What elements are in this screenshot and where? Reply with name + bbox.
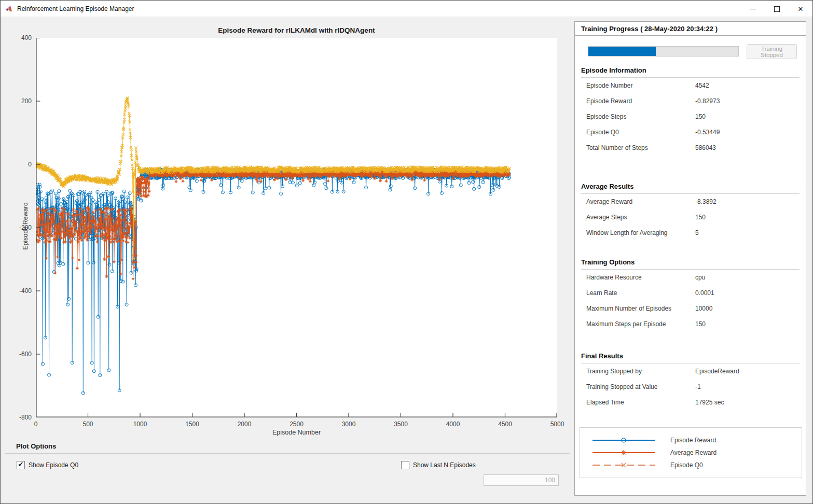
- legend-item: Episode Q0: [580, 459, 802, 471]
- legend-swatch: [592, 436, 655, 445]
- x-axis-label: Episode Number: [36, 429, 557, 436]
- info-row: Training Stopped at Value-1: [581, 379, 800, 395]
- y-tick-label: 200: [2, 97, 32, 105]
- plot-options-title: Plot Options: [16, 442, 56, 450]
- info-row: Hardware Resourcecpu: [581, 270, 800, 285]
- row-label: Episode Number: [586, 78, 632, 93]
- info-row: Window Length for Averaging5: [581, 225, 800, 241]
- row-label: Learn Rate: [586, 285, 617, 301]
- section-title: Final Results: [581, 351, 800, 363]
- row-value: 150: [695, 109, 706, 124]
- info-row: Episode Reward-0.82973: [581, 93, 800, 109]
- x-tick-label: 2000: [228, 421, 261, 428]
- info-row: Maximum Number of Episodes10000: [581, 301, 800, 316]
- plot-options-divider: [5, 453, 570, 454]
- show-episode-q0-checkbox[interactable]: ✔: [17, 461, 25, 469]
- maximize-icon: [774, 6, 780, 12]
- plot-area: [36, 38, 557, 417]
- row-value: 0.0001: [695, 285, 714, 301]
- section-title: Episode Information: [581, 65, 800, 78]
- info-row: Average Steps150: [581, 209, 800, 225]
- close-button[interactable]: ✕: [789, 1, 812, 17]
- legend-swatch: [592, 448, 655, 457]
- show-last-n-option: ✔ Show Last N Episodes: [401, 460, 476, 469]
- show-last-n-label: Show Last N Episodes: [413, 461, 476, 469]
- y-tick-label: -800: [2, 414, 32, 421]
- final-results-section: Final Results Training Stopped byEpisode…: [581, 351, 800, 410]
- row-label: Total Number of Steps: [586, 140, 648, 156]
- row-label: Training Stopped at Value: [586, 379, 657, 395]
- row-label: Average Steps: [586, 209, 627, 225]
- row-label: Episode Steps: [586, 109, 626, 124]
- row-label: Elapsed Time: [586, 395, 624, 410]
- x-tick-label: 2500: [280, 421, 313, 428]
- training-progress-fill: [588, 47, 656, 56]
- info-row: Training Stopped byEpisodeReward: [581, 363, 800, 379]
- legend-swatch: [592, 460, 655, 470]
- row-label: Window Length for Averaging: [586, 225, 668, 241]
- x-tick-label: 3000: [332, 421, 365, 428]
- window-title: Reinforcement Learning Episode Manager: [17, 1, 134, 17]
- x-tick-label: 4000: [436, 421, 470, 428]
- episode-information-section: Episode Information Episode Number4542 E…: [581, 65, 800, 156]
- info-row: Episode Number4542: [581, 78, 800, 93]
- x-tick-label: 1000: [123, 421, 157, 428]
- show-last-n-checkbox[interactable]: ✔: [401, 461, 409, 469]
- y-tick-label: -200: [2, 224, 32, 231]
- legend-label: Episode Reward: [670, 437, 716, 444]
- training-progress-panel: Training Progress ( 28-May-2020 20:34:22…: [574, 21, 806, 496]
- info-row: Episode Q0-0.53449: [581, 124, 800, 140]
- row-value: 10000: [695, 301, 712, 316]
- section-title: Training Options: [581, 257, 800, 270]
- x-tick-label: 5000: [541, 421, 574, 428]
- y-tick-label: -400: [2, 287, 32, 295]
- legend-label: Episode Q0: [670, 461, 703, 469]
- training-stopped-button[interactable]: Training Stopped: [747, 44, 797, 59]
- row-value: -1: [695, 379, 701, 395]
- show-episode-q0-option: ✔ Show Episode Q0: [17, 460, 78, 469]
- y-tick-label: 400: [2, 34, 32, 41]
- row-value: -0.82973: [695, 93, 720, 109]
- row-value: 4542: [695, 78, 709, 93]
- app-window: Reinforcement Learning Episode Manager ✕…: [0, 0, 813, 504]
- row-value: -8.3892: [695, 194, 716, 209]
- app-icon: [5, 5, 13, 13]
- row-label: Hardware Resource: [586, 270, 642, 285]
- x-tick-label: 1500: [176, 421, 209, 428]
- show-episode-q0-label: Show Episode Q0: [29, 461, 78, 469]
- figure-area: Episode Reward for rlLKAMdl with rlDQNAg…: [1, 17, 571, 503]
- section-title: Average Results: [581, 181, 800, 194]
- row-label: Average Reward: [586, 194, 632, 209]
- legend-item: Average Reward: [580, 446, 802, 459]
- minimize-button[interactable]: [741, 1, 765, 17]
- panel-title: Training Progress ( 28-May-2020 20:34:22…: [575, 22, 806, 36]
- info-row: Average Reward-8.3892: [581, 194, 800, 209]
- average-results-section: Average Results Average Reward-8.3892 Av…: [581, 181, 800, 241]
- row-value: EpisodeReward: [695, 363, 739, 379]
- x-tick-label: 4500: [489, 421, 522, 428]
- legend-item: Episode Reward: [580, 434, 802, 446]
- info-row: Maximum Steps per Episode150: [581, 316, 800, 332]
- title-bar[interactable]: Reinforcement Learning Episode Manager ✕: [1, 1, 812, 17]
- row-value: 150: [695, 209, 706, 225]
- training-options-section: Training Options Hardware Resourcecpu Le…: [581, 257, 800, 332]
- row-value: 586043: [695, 140, 716, 156]
- row-label: Episode Q0: [586, 124, 619, 140]
- x-tick-label: 500: [72, 421, 105, 428]
- legend-label: Average Reward: [670, 449, 716, 456]
- row-label: Maximum Number of Episodes: [586, 301, 671, 316]
- info-row: Episode Steps150: [581, 109, 800, 124]
- x-tick-label: 0: [19, 421, 52, 428]
- row-value: -0.53449: [695, 124, 720, 140]
- row-label: Episode Reward: [586, 93, 632, 109]
- training-progress-bar: [588, 46, 739, 57]
- info-row: Learn Rate0.0001: [581, 285, 800, 301]
- row-value: 150: [695, 316, 706, 332]
- y-tick-label: -600: [2, 351, 32, 358]
- minimize-icon: [750, 9, 756, 9]
- row-value: cpu: [695, 270, 705, 285]
- maximize-button[interactable]: [765, 1, 789, 17]
- info-row: Total Number of Steps586043: [581, 140, 800, 156]
- last-n-episodes-input[interactable]: [484, 474, 559, 486]
- info-row: Elapsed Time17925 sec: [581, 395, 800, 410]
